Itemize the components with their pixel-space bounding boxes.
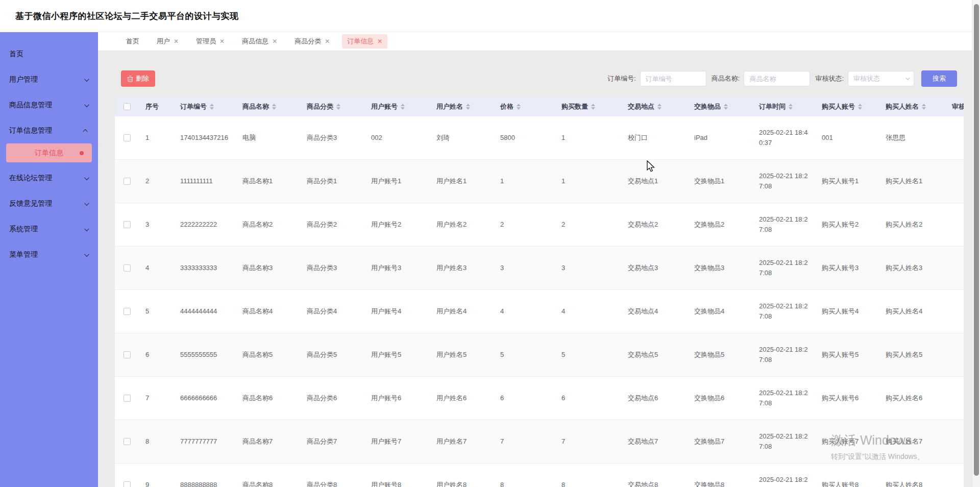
- tab-订单信息[interactable]: 订单信息✕: [342, 34, 387, 48]
- table-cell: 8: [139, 420, 174, 463]
- table-cell: 7: [555, 420, 622, 463]
- column-header-审核状态[interactable]: 审核状态: [946, 97, 964, 116]
- row-checkbox[interactable]: [124, 438, 131, 445]
- table-cell: 2025-02-21 18:27:08: [753, 377, 816, 420]
- sort-carets-icon[interactable]: [517, 104, 521, 110]
- row-checkbox[interactable]: [124, 481, 131, 487]
- scrollbar-thumb[interactable]: [974, 4, 979, 476]
- sort-asc-icon: [272, 104, 276, 106]
- table-cell: 用户账号1: [365, 160, 430, 203]
- table-cell: 商品分类8: [301, 464, 365, 487]
- sort-carets-icon[interactable]: [272, 104, 276, 110]
- sort-carets-icon[interactable]: [591, 104, 595, 110]
- sort-carets-icon[interactable]: [858, 104, 862, 110]
- filter-select-审核状态[interactable]: 审核状态: [848, 71, 914, 86]
- tab-商品信息[interactable]: 商品信息✕: [237, 34, 282, 48]
- filter-input-商品名称[interactable]: [744, 71, 810, 86]
- delete-button[interactable]: 删除: [121, 70, 155, 87]
- table-cell: 用户姓名2: [430, 203, 494, 246]
- sort-desc-icon: [210, 107, 214, 110]
- table-cell: 购买人账号5: [816, 333, 879, 376]
- table-cell: 2222222222: [174, 203, 236, 246]
- row-checkbox[interactable]: [124, 308, 131, 315]
- column-header-订单编号[interactable]: 订单编号: [174, 97, 236, 116]
- column-header-购买人姓名[interactable]: 购买人姓名: [879, 97, 946, 116]
- close-icon[interactable]: ✕: [272, 38, 277, 44]
- tab-管理员[interactable]: 管理员✕: [191, 34, 230, 48]
- sidebar: 首页用户管理商品信息管理订单信息管理订单信息在线论坛管理反馈意见管理系统管理菜单…: [0, 32, 98, 487]
- sidebar-item-用户管理[interactable]: 用户管理: [0, 67, 98, 92]
- sidebar-item-订单信息管理[interactable]: 订单信息管理: [0, 118, 98, 143]
- column-header-用户姓名[interactable]: 用户姓名: [430, 97, 494, 116]
- tab-label: 管理员: [196, 37, 216, 46]
- table-cell: 商品分类1: [301, 160, 365, 203]
- tab-首页[interactable]: 首页: [121, 34, 144, 48]
- column-header-select[interactable]: [115, 97, 139, 116]
- sidebar-item-label: 菜单管理: [9, 250, 38, 259]
- page-scrollbar[interactable]: [972, 0, 980, 487]
- table-cell: 商品名称6: [236, 377, 301, 420]
- row-checkbox[interactable]: [124, 178, 131, 185]
- column-header-序号: 序号: [139, 97, 174, 116]
- table-cell: 电脑: [236, 116, 301, 159]
- sort-carets-icon[interactable]: [210, 104, 214, 110]
- row-checkbox[interactable]: [124, 351, 131, 358]
- table-cell: 用户账号6: [365, 377, 430, 420]
- sidebar-item-菜单管理[interactable]: 菜单管理: [0, 242, 98, 267]
- sort-carets-icon[interactable]: [789, 104, 793, 110]
- column-header-订单时间[interactable]: 订单时间: [753, 97, 816, 116]
- table-cell: 2025-02-21 18:27:08: [753, 160, 816, 203]
- sort-carets-icon[interactable]: [922, 104, 926, 110]
- table-cell: 购买人姓名7: [879, 420, 946, 463]
- table-cell: 交易地点8: [622, 464, 688, 487]
- column-label: 订单编号: [180, 102, 207, 111]
- sort-carets-icon[interactable]: [657, 104, 662, 110]
- close-icon[interactable]: ✕: [325, 38, 330, 44]
- sidebar-item-首页[interactable]: 首页: [0, 41, 98, 67]
- column-label: 商品分类: [307, 102, 333, 111]
- sidebar-item-商品信息管理[interactable]: 商品信息管理: [0, 92, 98, 118]
- search-button[interactable]: 搜索: [921, 70, 957, 87]
- sidebar-item-在线论坛管理[interactable]: 在线论坛管理: [0, 165, 98, 191]
- sort-asc-icon: [724, 104, 728, 106]
- tab-label: 用户: [157, 37, 170, 46]
- tab-商品分类[interactable]: 商品分类✕: [289, 34, 335, 48]
- column-header-商品分类[interactable]: 商品分类: [301, 97, 365, 116]
- column-header-用户账号[interactable]: 用户账号: [365, 97, 430, 116]
- column-header-交易地点[interactable]: 交易地点: [622, 97, 688, 116]
- table-cell: 2025-02-21 18:27:08: [753, 420, 816, 463]
- sort-asc-icon: [210, 104, 214, 106]
- sidebar-item-系统管理[interactable]: 系统管理: [0, 216, 98, 242]
- table-cell: 2: [139, 160, 174, 203]
- tab-用户[interactable]: 用户✕: [152, 34, 184, 48]
- sidebar-item-反馈意见管理[interactable]: 反馈意见管理: [0, 191, 98, 216]
- filter-input-订单编号[interactable]: [640, 71, 706, 86]
- sort-carets-icon[interactable]: [724, 104, 728, 110]
- table-cell: [946, 420, 964, 463]
- close-icon[interactable]: ✕: [219, 38, 225, 44]
- row-checkbox[interactable]: [124, 221, 131, 228]
- select-all-checkbox[interactable]: [124, 103, 131, 110]
- row-checkbox[interactable]: [124, 264, 131, 272]
- table-cell: 购买人账号8: [816, 464, 879, 487]
- sidebar-item-label: 在线论坛管理: [9, 174, 52, 183]
- column-header-价格[interactable]: 价格: [494, 97, 555, 116]
- table-cell: 商品名称2: [236, 203, 301, 246]
- sort-carets-icon[interactable]: [401, 104, 405, 110]
- sort-carets-icon[interactable]: [336, 104, 340, 110]
- table-cell: 商品分类6: [301, 377, 365, 420]
- table-cell: 交换物品3: [688, 247, 753, 289]
- close-icon[interactable]: ✕: [174, 38, 179, 44]
- table-cell: 1111111111: [174, 160, 236, 203]
- column-header-商品名称[interactable]: 商品名称: [236, 97, 301, 116]
- column-header-购买人账号[interactable]: 购买人账号: [816, 97, 879, 116]
- column-header-交换物品[interactable]: 交换物品: [688, 97, 753, 116]
- sort-carets-icon[interactable]: [466, 104, 470, 110]
- close-icon[interactable]: ✕: [377, 38, 382, 44]
- row-checkbox[interactable]: [124, 134, 131, 141]
- sidebar-subitem-订单信息[interactable]: 订单信息: [6, 143, 92, 162]
- row-checkbox[interactable]: [124, 395, 131, 402]
- column-header-购买数量[interactable]: 购买数量: [555, 97, 622, 116]
- sort-desc-icon: [858, 107, 862, 110]
- column-label: 购买数量: [561, 102, 588, 111]
